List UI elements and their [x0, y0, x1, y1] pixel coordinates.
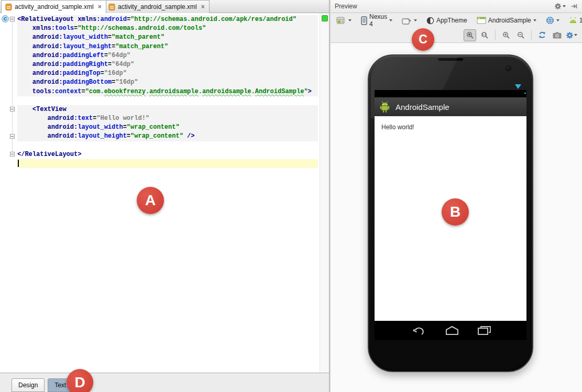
activity-selector[interactable]: AndroidSample [474, 15, 539, 26]
zoom-out-icon [517, 31, 525, 39]
editor-tab-bar: activity_android_sample.xml×activity_and… [0, 0, 329, 13]
code-token: "match_parent" [115, 43, 168, 50]
editor-tab-2[interactable]: activity_android_sample.xml× [104, 0, 210, 13]
zoom-actual-size-button[interactable]: 1:1 [478, 29, 491, 41]
code-line-1[interactable]: <RelativeLayout xmlns:android="http://sc… [17, 15, 318, 24]
code-line-16[interactable]: </RelativeLayout> [17, 150, 318, 159]
close-icon[interactable]: × [201, 4, 205, 10]
back-icon [410, 326, 427, 336]
code-token [17, 33, 32, 41]
code-token: = [104, 52, 108, 59]
code-token: = [108, 61, 112, 68]
toolbar-separator [531, 30, 532, 40]
settings-gear-icon [566, 31, 574, 39]
locale-selector[interactable] [543, 15, 562, 26]
code-token: "match_parent" [112, 33, 164, 41]
app-title: AndroidSample [396, 103, 449, 111]
code-token [17, 132, 48, 140]
annotation-circle-c: C [412, 28, 434, 51]
zoom-out-button[interactable] [514, 29, 527, 41]
code-token: "64dp" [112, 61, 134, 68]
code-line-4[interactable]: android:layout_height="match_parent" [17, 42, 318, 51]
theme-icon [426, 17, 434, 25]
code-token: xmlns: [78, 16, 100, 23]
api-version-selector-label: 19 [579, 17, 582, 24]
code-token: android: [32, 52, 63, 59]
orientation-selector[interactable] [399, 15, 420, 26]
code-token: android: [32, 33, 63, 41]
device-selector[interactable]: Nexus 4 [358, 12, 395, 29]
code-token [17, 25, 32, 32]
code-line-11[interactable]: <TextView [17, 105, 318, 114]
code-line-17[interactable] [17, 159, 318, 168]
hello-world-text: Hello world! [381, 124, 414, 131]
chevron-down-icon [414, 19, 417, 21]
code-line-10[interactable] [17, 96, 318, 105]
code-line-5[interactable]: android:paddingLeft="64dp" [17, 51, 318, 60]
refresh-button[interactable] [536, 29, 548, 41]
code-line-3[interactable]: android:layout_width="match_parent" [17, 33, 318, 42]
settings-gear-icon[interactable] [554, 3, 566, 10]
code-token: tools [55, 25, 74, 32]
zoom-in-button[interactable] [500, 29, 512, 41]
code-token: "wrap_content" [127, 124, 180, 131]
code-line-13[interactable]: android:layout_width="wrap_content" [17, 123, 318, 132]
code-token: paddingBottom [62, 79, 112, 86]
preview-config-toolbar: Nexus 4AppThemeAndroidSample19 [331, 13, 582, 28]
preview-settings-button[interactable] [565, 29, 578, 41]
activity-icon [477, 17, 486, 24]
home-icon [445, 326, 459, 335]
preview-zoom-toolbar: 1:1 [331, 28, 582, 43]
code-token [17, 61, 32, 68]
mode-tab-design[interactable]: Design [12, 378, 45, 392]
inspection-status-icon [322, 15, 328, 21]
code-token: " [304, 88, 308, 95]
code-token: = [100, 70, 104, 77]
code-token: "16dp" [104, 70, 127, 77]
annotation-circle-d: D [67, 369, 93, 392]
xml-file-icon [5, 4, 12, 10]
code-token: android: [48, 132, 78, 140]
editor-marker-strip[interactable] [320, 13, 329, 373]
code-area[interactable]: <RelativeLayout xmlns:android="http://sc… [0, 15, 320, 168]
api-version-selector[interactable]: 19 [566, 15, 582, 26]
code-token: AndroidSample [255, 88, 304, 95]
configuration-selector[interactable] [334, 15, 354, 26]
code-line-14[interactable]: android:layout_height="wrap_content" /> [17, 132, 318, 141]
annotation-circle-a: A [137, 187, 164, 214]
activity-selector-label: AndroidSample [488, 17, 531, 24]
code-line-8[interactable]: android:paddingBottom="16dp" [17, 78, 318, 87]
close-icon[interactable]: × [98, 4, 102, 10]
layout-config-icon [336, 16, 346, 25]
zoom-to-fit-button[interactable] [464, 29, 476, 41]
chevron-down-icon [389, 19, 392, 21]
orientation-icon [402, 17, 412, 25]
phone-icon [361, 16, 367, 25]
code-token: </RelativeLayout> [17, 151, 81, 158]
code-token: context [55, 88, 81, 95]
code-token: . [251, 88, 255, 95]
code-line-12[interactable]: android:text="Hello world!" [17, 114, 318, 123]
editor-tab-1[interactable]: activity_android_sample.xml× [1, 0, 106, 13]
code-token: "wrap_content" [130, 132, 183, 140]
code-line-2[interactable]: xmlns:tools="http://schemas.android.com/… [17, 24, 318, 33]
code-token: paddingTop [62, 70, 100, 77]
code-token: android: [32, 70, 63, 77]
hide-panel-icon[interactable] [571, 3, 578, 9]
code-token: = [127, 16, 130, 23]
code-line-6[interactable]: android:paddingRight="64dp" [17, 60, 318, 69]
code-token [17, 52, 32, 59]
code-token [17, 70, 32, 77]
editor-mode-tab-bar: DesignText [0, 373, 329, 392]
code-line-9[interactable]: tools:context="com.ebookfrenzy.androidsa… [17, 87, 318, 96]
code-token: . [199, 88, 202, 95]
globe-icon [546, 16, 554, 25]
refresh-icon [538, 31, 546, 39]
code-token: xmlns: [32, 25, 55, 32]
code-line-15[interactable] [17, 141, 318, 150]
chevron-down-icon [563, 5, 566, 7]
theme-selector[interactable]: AppTheme [424, 15, 470, 26]
code-token: = [108, 33, 112, 41]
screenshot-button[interactable] [551, 29, 563, 41]
code-line-7[interactable]: android:paddingTop="16dp" [17, 69, 318, 78]
